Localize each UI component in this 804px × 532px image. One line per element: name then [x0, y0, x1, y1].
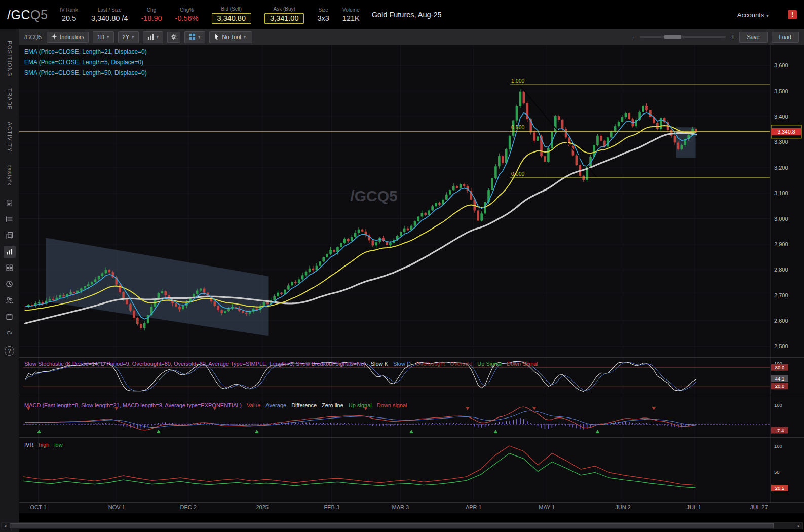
svg-text:2,500: 2,500	[774, 343, 788, 349]
price-chart-svg[interactable]: /GCQ51.0000.5000.0003,6003,5003,4003,300…	[19, 45, 804, 513]
toolbar-symbol: /GCQ5	[24, 34, 42, 40]
svg-text:2,600: 2,600	[774, 318, 788, 324]
field-label: Size	[317, 7, 329, 13]
svg-text:3,100: 3,100	[774, 190, 788, 196]
svg-text:2,700: 2,700	[774, 292, 788, 298]
indicators-button[interactable]: Indicators	[47, 32, 89, 43]
zoom-slider-thumb[interactable]	[664, 35, 681, 39]
symbol-month: Q5	[30, 8, 48, 22]
macd-pane	[23, 407, 770, 433]
svg-text:3,000: 3,000	[774, 216, 788, 222]
chart-area[interactable]: /GCQ51.0000.5000.0003,6003,5003,4003,300…	[19, 45, 804, 513]
accounts-menu[interactable]: Accounts ▾	[737, 11, 769, 19]
history-icon[interactable]	[4, 278, 16, 290]
save-button[interactable]: Save	[739, 32, 767, 43]
date-axis-label: 2025	[256, 504, 268, 510]
symbol-title: /GCQ5	[7, 8, 48, 22]
orders-icon[interactable]	[4, 230, 16, 242]
date-axis-label: JUL 27	[750, 504, 768, 510]
alert-badge[interactable]: !	[788, 10, 797, 19]
quote-field-iv-rank: IV Rank20.5	[60, 7, 78, 22]
chevron-down-icon: ▾	[244, 34, 246, 40]
range-value: 2Y	[123, 34, 129, 40]
trend-channel-drawing	[46, 238, 268, 336]
chevron-down-icon: ▾	[132, 34, 134, 40]
svg-text:-7.4: -7.4	[776, 428, 784, 433]
scroll-right-arrow[interactable]: ▸	[795, 523, 802, 528]
fx-icon[interactable]: Fx	[4, 327, 16, 339]
quote-field-ask-buy-[interactable]: Ask (Buy)3,341.00	[264, 6, 304, 24]
zoom-out-button[interactable]: -	[631, 33, 636, 41]
stochastic-pane	[23, 362, 770, 392]
help-icon[interactable]: ?	[5, 346, 14, 356]
svg-text:3,400: 3,400	[774, 113, 788, 120]
date-axis-label: APR 1	[466, 504, 482, 510]
field-label: Bid (Sell)	[212, 6, 251, 12]
timeframe-select[interactable]: 1D▾	[93, 31, 114, 43]
followers-icon[interactable]	[4, 294, 16, 307]
svg-text:3,340.8: 3,340.8	[777, 129, 795, 135]
grid-layout-icon	[189, 33, 196, 41]
svg-text:Fx: Fx	[7, 330, 13, 336]
field-label: Chg	[141, 7, 162, 13]
field-label: Ask (Buy)	[264, 6, 304, 12]
scrollbar-track[interactable]	[9, 523, 795, 529]
grid-icon[interactable]	[4, 262, 16, 274]
date-axis-label: NOV 1	[108, 504, 125, 510]
sidebar-tab-activity[interactable]: ACTIVITY	[7, 122, 13, 152]
svg-text:80.0: 80.0	[775, 365, 785, 370]
chevron-down-icon: ▾	[157, 34, 159, 40]
quote-field-bid-sell-[interactable]: Bid (Sell)3,340.80	[212, 6, 251, 24]
date-axis-label: FEB 3	[324, 504, 339, 510]
svg-text:2,800: 2,800	[774, 267, 788, 273]
fib-level-label: 0.500	[511, 124, 524, 130]
svg-text:50: 50	[774, 469, 780, 475]
scroll-left-arrow[interactable]: ◂	[2, 523, 9, 528]
date-axis-label: DEC 2	[180, 504, 197, 510]
layout-grid-select[interactable]: ▾	[184, 31, 205, 43]
field-value: 3x3	[317, 14, 329, 22]
load-button[interactable]: Load	[772, 32, 799, 43]
date-axis-label: JUL 1	[686, 504, 701, 510]
chevron-down-icon: ▾	[766, 13, 769, 18]
svg-text:3,600: 3,600	[774, 62, 788, 68]
date-axis-label: OCT 1	[30, 504, 46, 510]
indicator-burst-icon	[51, 33, 57, 41]
drawing-tool-select[interactable]: No Tool ▾	[209, 31, 253, 43]
calendar-icon[interactable]	[4, 311, 16, 323]
chart-icon[interactable]	[4, 246, 16, 258]
journal-icon[interactable]	[4, 197, 16, 209]
horizontal-scrollbar[interactable]: ◂ ▸	[1, 522, 803, 529]
fib-retracement-drawing	[510, 85, 770, 178]
svg-text:100: 100	[774, 402, 782, 408]
field-value: 3,340.80 /4	[91, 14, 128, 22]
svg-text:3,500: 3,500	[774, 88, 788, 94]
field-value[interactable]: 3,341.00	[264, 13, 304, 24]
tool-value: No Tool	[222, 34, 241, 40]
timeframe-value: 1D	[97, 34, 104, 40]
svg-text:2,900: 2,900	[774, 241, 788, 247]
range-select[interactable]: 2Y▾	[118, 31, 139, 43]
field-value[interactable]: 3,340.80	[212, 13, 251, 24]
field-label: IV Rank	[60, 7, 78, 13]
scrollbar-thumb[interactable]	[10, 523, 774, 528]
date-axis-label: JUN 2	[615, 504, 631, 510]
quote-field-size: Size3x3	[317, 7, 329, 22]
bar-chart-icon	[147, 33, 154, 41]
sidebar-tab-trade[interactable]: TRADE	[7, 88, 13, 110]
cursor-icon	[214, 33, 220, 41]
chevron-down-icon: ▾	[107, 34, 109, 40]
quote-field-last-size: Last / Size3,340.80 /4	[91, 7, 128, 22]
zoom-in-button[interactable]: +	[730, 33, 735, 41]
sidebar-tab-positions[interactable]: POSITIONS	[7, 41, 13, 77]
contract-description: Gold Futures, Aug-25	[372, 11, 442, 19]
settings-gear-icon[interactable]	[167, 32, 180, 43]
field-value: 121K	[342, 14, 360, 22]
zoom-control: - +	[631, 33, 735, 41]
zoom-slider[interactable]	[640, 36, 726, 38]
chart-type-select[interactable]: ▾	[143, 31, 164, 43]
watchlist-icon[interactable]	[4, 213, 16, 225]
field-value: -18.90	[141, 14, 162, 22]
sidebar-tab-tastyfx[interactable]: tastyfx	[7, 165, 13, 186]
quote-field-chg-: Chg%-0.56%	[175, 7, 199, 22]
